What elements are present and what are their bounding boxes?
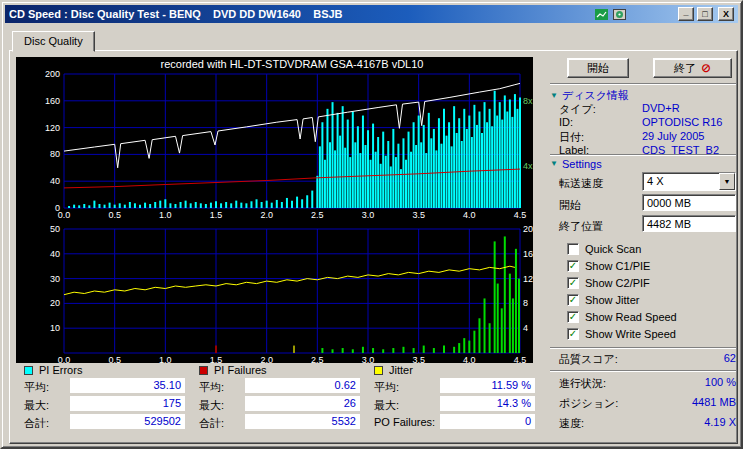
speed-label: 速度: [559, 416, 584, 431]
start-position-label: 開始 [559, 198, 581, 213]
checkbox-quick-scan[interactable]: Quick Scan [567, 242, 641, 255]
svg-text:0: 0 [55, 203, 60, 213]
jitter-swatch [374, 366, 383, 375]
disc-id-label: ID: [559, 116, 573, 128]
chart-icon[interactable] [594, 8, 609, 21]
svg-text:1.5: 1.5 [210, 355, 223, 363]
svg-text:2.5: 2.5 [311, 355, 324, 363]
section-arrow-icon: ▼ [550, 92, 558, 100]
svg-text:4.5: 4.5 [514, 210, 527, 220]
svg-text:200: 200 [45, 69, 60, 79]
svg-text:16: 16 [523, 249, 533, 259]
checkbox-icon: ✓ [567, 294, 579, 306]
svg-text:10: 10 [50, 323, 60, 333]
settings-header: ▼ Settings [550, 158, 602, 170]
checkbox-show-write-speed[interactable]: ✓ Show Write Speed [567, 327, 676, 340]
svg-text:3.0: 3.0 [362, 210, 375, 220]
checkbox-show-c2-pif[interactable]: ✓ Show C2/PIF [567, 276, 650, 289]
svg-text:recorded with HL-DT-STDVDRAM G: recorded with HL-DT-STDVDRAM GSA-4167B v… [161, 58, 424, 70]
progress-label: 進行状況: [559, 376, 606, 391]
end-position-input[interactable]: 4482 MB [642, 215, 736, 232]
checkbox-icon: ✓ [567, 328, 579, 340]
svg-text:40: 40 [50, 249, 60, 259]
checkbox-icon: ✓ [567, 277, 579, 289]
stat-label: 最大: [24, 398, 49, 413]
svg-text:120: 120 [45, 123, 60, 133]
separator [550, 83, 736, 85]
section-arrow-icon: ▼ [550, 160, 558, 168]
disc-info-header: ▼ ディスク情報 [550, 88, 629, 103]
disc-type-label: タイプ: [559, 102, 596, 117]
checkbox-show-read-speed[interactable]: ✓ Show Read Speed [567, 310, 677, 323]
svg-text:40: 40 [50, 176, 60, 186]
separator [550, 370, 736, 372]
svg-text:2.0: 2.0 [260, 210, 273, 220]
svg-text:4.5: 4.5 [514, 355, 527, 363]
checkbox-icon: ✓ [567, 311, 579, 323]
stat-value: 0 [440, 414, 535, 429]
disc-icon[interactable] [612, 8, 627, 21]
stat-label: PO Failures: [374, 416, 435, 428]
window-title: CD Speed : Disc Quality Test - BENQ DVD … [9, 8, 343, 20]
svg-text:50: 50 [50, 224, 60, 234]
svg-text:30: 30 [50, 274, 60, 284]
start-button[interactable]: 開始 [567, 58, 629, 78]
position-label: ポジション: [559, 396, 618, 411]
svg-text:3.5: 3.5 [412, 210, 425, 220]
stat-value: 35.10 [70, 378, 185, 393]
stat-label: 最大: [199, 398, 224, 413]
titlebar-controls: _ □ X [594, 7, 734, 21]
disc-date-value: 29 July 2005 [642, 130, 704, 142]
svg-text:20: 20 [523, 224, 533, 234]
close-button[interactable]: X [718, 7, 734, 21]
svg-text:4: 4 [523, 323, 528, 333]
progress-value: 100 % [642, 376, 736, 388]
stat-value: 529502 [70, 414, 185, 429]
svg-text:0.5: 0.5 [108, 355, 121, 363]
svg-text:4.0: 4.0 [463, 355, 476, 363]
speed-value: 4.19 X [642, 416, 736, 428]
stat-value: 175 [70, 396, 185, 411]
legend-pi-errors: PI Errors [24, 364, 82, 376]
svg-text:20: 20 [50, 298, 60, 308]
disc-id-value: OPTODISC R16 [642, 116, 723, 128]
svg-text:80: 80 [50, 149, 60, 159]
pi-failures-swatch [199, 366, 208, 375]
stat-label: 平均: [374, 380, 399, 395]
app-window: CD Speed : Disc Quality Test - BENQ DVD … [0, 0, 743, 449]
tab-disc-quality[interactable]: Disc Quality [12, 31, 95, 52]
chevron-down-icon[interactable]: ▼ [719, 173, 735, 190]
svg-text:0.0: 0.0 [58, 355, 71, 363]
maximize-button[interactable]: □ [697, 7, 713, 21]
svg-text:3.5: 3.5 [412, 355, 425, 363]
svg-text:4.0: 4.0 [463, 210, 476, 220]
checkbox-show-c1-pie[interactable]: ✓ Show C1/PIE [567, 259, 650, 272]
checkbox-show-jitter[interactable]: ✓ Show Jitter [567, 293, 639, 306]
start-position-input[interactable]: 0000 MB [642, 194, 736, 211]
svg-text:4x: 4x [523, 161, 533, 171]
no-entry-icon: ⊘ [701, 62, 711, 74]
checkbox-icon [567, 243, 579, 255]
stat-label: 平均: [24, 380, 49, 395]
quality-charts: 0.00.51.01.52.02.53.03.54.04.50408012016… [16, 57, 533, 363]
transfer-speed-label: 転送速度 [559, 176, 603, 191]
exit-button[interactable]: 終了 ⊘ [653, 58, 732, 78]
svg-text:12: 12 [523, 274, 533, 284]
chart-panel: 0.00.51.01.52.02.53.03.54.04.50408012016… [16, 57, 533, 363]
svg-text:1.5: 1.5 [210, 210, 223, 220]
legend-jitter: Jitter [374, 364, 413, 376]
quality-score-value: 62 [642, 352, 736, 364]
legend-pi-failures: PI Failures [199, 364, 267, 376]
transfer-speed-select[interactable]: 4 X ▼ [642, 172, 736, 191]
stat-label: 平均: [199, 380, 224, 395]
stat-label: 合計: [199, 416, 224, 431]
stat-value: 11.59 % [440, 378, 535, 393]
transfer-speed-value: 4 X [643, 173, 668, 190]
minimize-button[interactable]: _ [678, 7, 694, 21]
disc-type-value: DVD+R [642, 102, 680, 114]
titlebar[interactable]: CD Speed : Disc Quality Test - BENQ DVD … [5, 5, 738, 23]
stat-value: 0.62 [245, 378, 360, 393]
svg-text:160: 160 [45, 96, 60, 106]
svg-text:8: 8 [523, 298, 528, 308]
svg-text:0.5: 0.5 [108, 210, 121, 220]
